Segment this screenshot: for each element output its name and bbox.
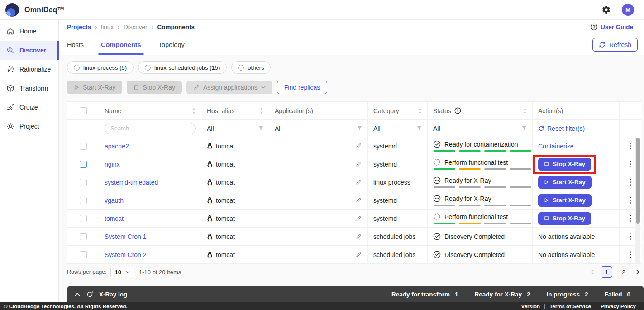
category-filter[interactable]: All: [368, 120, 428, 137]
row-checkbox[interactable]: [80, 251, 87, 258]
component-name-link[interactable]: vgauth: [105, 197, 124, 204]
filter-funnel-icon[interactable]: [357, 126, 362, 131]
host-alias-filter[interactable]: All: [201, 120, 269, 137]
sort-icon[interactable]: [260, 108, 263, 114]
row-checkbox[interactable]: [80, 143, 87, 150]
row-menu-kebab-icon[interactable]: [628, 213, 633, 224]
stat-ready-for-xray: Ready for X-Ray2: [475, 291, 530, 298]
row-menu-kebab-icon[interactable]: [628, 177, 633, 187]
host-alias-value: tomcat: [216, 143, 235, 150]
linux-tux-icon: [207, 161, 213, 167]
progress-segments: [434, 186, 531, 188]
rows-per-page-select[interactable]: 10: [110, 267, 134, 277]
tab-hosts[interactable]: Hosts: [67, 34, 84, 55]
breadcrumb-discover[interactable]: Discover: [124, 24, 148, 30]
scrollbar-thumb[interactable]: [636, 138, 640, 224]
category-value: scheduled jobs: [373, 233, 415, 240]
row-checkbox[interactable]: [80, 197, 87, 204]
filter-funnel-icon[interactable]: [417, 126, 422, 131]
settings-gear-icon[interactable]: [601, 5, 611, 14]
sidebar-item-project[interactable]: Project: [0, 117, 58, 136]
history-refresh-icon[interactable]: [86, 291, 93, 298]
host-alias-value: tomcat: [216, 215, 235, 222]
component-name-link[interactable]: apache2: [105, 143, 129, 150]
page-2-button[interactable]: 2: [618, 266, 630, 278]
row-menu-kebab-icon[interactable]: [628, 231, 633, 242]
sidebar-item-cruize[interactable]: Cruize: [0, 98, 58, 117]
applications-filter[interactable]: All: [269, 120, 368, 137]
tab-components[interactable]: Components: [101, 34, 141, 55]
name-search-input[interactable]: [105, 123, 196, 134]
prev-page-chevron[interactable]: [590, 268, 595, 276]
linux-tux-icon: [207, 233, 213, 240]
next-page-chevron[interactable]: [635, 268, 640, 276]
edit-application-icon[interactable]: [355, 179, 362, 186]
row-checkbox[interactable]: [80, 161, 87, 168]
top-bar: OmniDeq™ M: [0, 0, 644, 20]
edit-application-icon[interactable]: [355, 197, 362, 204]
chip-linux-process[interactable]: linux-process (5): [67, 61, 134, 74]
breadcrumb-projects[interactable]: Projects: [67, 24, 91, 30]
stop-xray-button[interactable]: Stop X-Ray: [538, 158, 591, 171]
start-xray-button[interactable]: Start X-Ray: [538, 194, 592, 207]
stop-xray-toolbar-button[interactable]: Stop X-Ray: [127, 81, 182, 94]
start-xray-button[interactable]: Start X-Ray: [538, 176, 592, 189]
reset-filters-link[interactable]: Reset filter(s): [538, 125, 585, 132]
row-menu-kebab-icon[interactable]: [628, 141, 633, 151]
sort-icon[interactable]: [523, 108, 527, 114]
assign-applications-button[interactable]: Assign applications: [186, 81, 272, 94]
sidebar-item-transform[interactable]: Transform: [0, 79, 58, 98]
comet-icon: [6, 103, 14, 111]
xray-log-bar: X-Ray log Ready for transform1 Ready for…: [67, 286, 644, 302]
refresh-icon: [599, 41, 606, 48]
status-text: Ready for X-Ray: [444, 177, 491, 184]
edit-application-icon[interactable]: [355, 233, 362, 240]
sort-icon[interactable]: [418, 108, 422, 114]
edit-application-icon[interactable]: [355, 215, 362, 222]
tab-topology[interactable]: Topology: [158, 34, 185, 55]
edit-application-icon[interactable]: [355, 251, 362, 258]
edit-application-icon[interactable]: [355, 161, 362, 167]
chevron-up-icon[interactable]: [74, 292, 81, 296]
status-pending-icon: [433, 176, 441, 184]
component-name-link[interactable]: System Cron 1: [105, 233, 147, 240]
row-menu-kebab-icon[interactable]: [628, 159, 633, 169]
sidebar-item-rationalize[interactable]: Rationalize: [0, 60, 58, 79]
filter-funnel-icon[interactable]: [258, 126, 263, 131]
filter-chips: linux-process (5) linux-scheduled-jobs (…: [67, 61, 644, 74]
containerize-link[interactable]: Containerize: [538, 143, 574, 150]
component-name-link[interactable]: nginx: [105, 161, 119, 168]
status-text: Perform functional test: [444, 213, 508, 220]
stop-xray-button[interactable]: Stop X-Ray: [538, 212, 591, 225]
info-icon[interactable]: [454, 107, 461, 114]
sidebar-item-discover[interactable]: Discover: [0, 41, 58, 60]
select-all-checkbox[interactable]: [80, 107, 87, 114]
start-xray-toolbar-button[interactable]: Start X-Ray: [67, 81, 122, 94]
sidebar-item-home[interactable]: Home: [0, 22, 58, 41]
row-checkbox[interactable]: [80, 179, 87, 186]
breadcrumb-linux[interactable]: linux: [101, 24, 114, 30]
user-guide-link[interactable]: User Guide: [590, 23, 633, 31]
find-replicas-button[interactable]: Find replicas: [277, 81, 327, 94]
page-1-button[interactable]: 1: [601, 266, 612, 278]
edit-application-icon[interactable]: [355, 143, 362, 149]
avatar[interactable]: M: [622, 4, 634, 16]
component-name-link[interactable]: systemd-timedated: [105, 179, 158, 186]
row-menu-kebab-icon[interactable]: [628, 195, 633, 205]
sidebar-item-label: Discover: [19, 47, 46, 54]
row-menu-kebab-icon[interactable]: [628, 249, 633, 260]
row-checkbox[interactable]: [80, 215, 87, 222]
row-checkbox[interactable]: [80, 233, 87, 240]
column-header-host-alias: Host alias: [207, 107, 234, 114]
filter-funnel-icon[interactable]: [522, 126, 527, 131]
footer-link-privacy[interactable]: Privacy Policy: [596, 304, 640, 309]
chip-linux-scheduled-jobs[interactable]: linux-scheduled-jobs (15): [138, 61, 227, 74]
sort-icon[interactable]: [192, 108, 196, 114]
component-name-link[interactable]: System Cron 2: [105, 251, 147, 258]
chip-others[interactable]: others: [231, 61, 271, 74]
refresh-button[interactable]: Refresh: [592, 38, 638, 52]
footer-link-terms[interactable]: Terms of Service: [544, 304, 596, 309]
footer-link-version[interactable]: Version: [517, 304, 545, 309]
component-name-link[interactable]: tomcat: [105, 215, 124, 222]
status-filter[interactable]: All: [428, 120, 533, 137]
